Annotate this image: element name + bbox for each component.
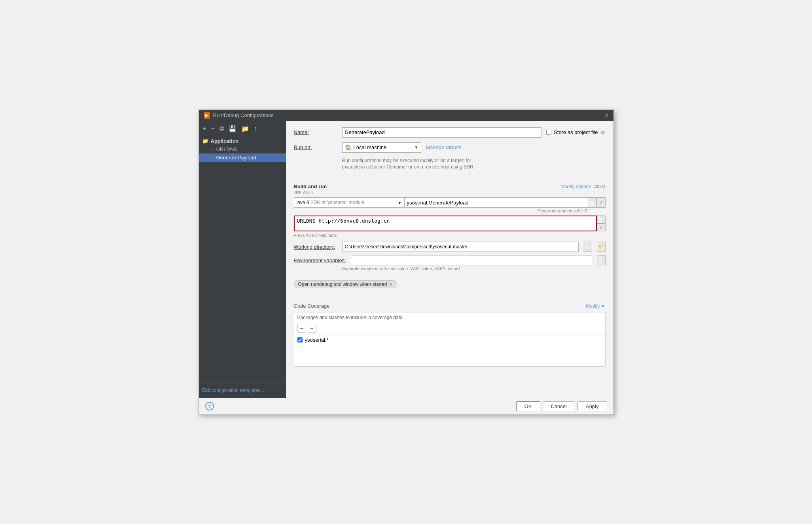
- modify-options-area: Modify options Alt+M: [560, 183, 605, 189]
- remove-config-button[interactable]: −: [210, 124, 216, 133]
- generatepayload-label: GeneratePayload: [216, 155, 256, 161]
- main-class-file-button[interactable]: 📄: [588, 197, 597, 208]
- main-class-input[interactable]: [405, 197, 588, 208]
- bottom-bar: ? OK Cancel Apply: [199, 398, 613, 414]
- working-dir-folder-button[interactable]: 📁: [597, 242, 606, 252]
- main-class-expand-button[interactable]: ⤢: [597, 197, 606, 208]
- local-machine-label: Local machine: [354, 144, 387, 150]
- sdk-row-container: JRE Alt+J java 8 SDK of 'ysoserial' modu…: [294, 197, 606, 208]
- option-tag-close-button[interactable]: ×: [389, 282, 392, 287]
- code-coverage-header: Code Coverage Modify ▼: [294, 303, 606, 309]
- package-item: ysoserial.*: [297, 336, 602, 344]
- options-section: Open run/debug tool window when started …: [294, 280, 606, 288]
- modify-arrow-icon: ▼: [601, 303, 606, 309]
- main-content: + − ⧉ 💾 📁 ↕ 📁 Application ▷ URLDNS ▷ Gen…: [199, 121, 613, 398]
- title-bar-left: ▶ Run/Debug Configurations: [204, 112, 274, 119]
- home-icon: 🏠: [345, 144, 351, 150]
- run-on-label: Run on:: [294, 144, 337, 150]
- sort-config-button[interactable]: ↕: [252, 124, 259, 133]
- ok-button[interactable]: OK: [516, 401, 540, 411]
- help-button[interactable]: ?: [205, 402, 214, 410]
- run-on-row: Run on: 🏠 Local machine ▼ Manage targets…: [294, 142, 606, 153]
- run-on-dropdown[interactable]: 🏠 Local machine ▼: [342, 142, 421, 153]
- app-icon: ▶: [204, 112, 210, 119]
- sdk-arrow-icon: ▼: [398, 201, 402, 205]
- run-on-description: Run configurations may be executed local…: [342, 157, 606, 171]
- gear-icon[interactable]: ⚙: [600, 129, 606, 136]
- modify-link[interactable]: Modify ▼: [586, 303, 605, 309]
- modify-options-link[interactable]: Modify options: [560, 184, 591, 189]
- modify-label: Modify: [586, 303, 600, 309]
- prog-args-row: URLDNS http://5bnvu8.dnslog.cn 📄 ⤢: [294, 216, 606, 231]
- build-run-section: Build and run Modify options Alt+M JRE A…: [294, 183, 606, 271]
- store-project-label: Store as project file: [554, 129, 598, 135]
- packages-toolbar: − +: [294, 322, 605, 335]
- name-input[interactable]: [342, 127, 542, 138]
- divider1: [294, 177, 606, 177]
- prog-args-expand-button[interactable]: ⤢: [597, 223, 606, 231]
- prog-args-file-button[interactable]: 📄: [597, 216, 606, 223]
- dropdown-arrow-icon: ▼: [415, 145, 418, 149]
- package-checkbox[interactable]: [297, 337, 303, 342]
- code-coverage-section: Code Coverage Modify ▼ Packages and clas…: [294, 298, 606, 367]
- tree-item-urldns[interactable]: ▷ URLDNS: [199, 145, 286, 153]
- file-icon: ▷: [211, 147, 214, 152]
- env-vars-label: Environment variables:: [294, 257, 346, 263]
- store-project-checkbox[interactable]: [546, 130, 551, 135]
- env-hint: Separate variables with semicolon: VAR=v…: [342, 266, 606, 271]
- title-bar: ▶ Run/Debug Configurations ×: [199, 110, 613, 121]
- field-hint: Press Alt for field hints: [294, 233, 606, 238]
- tree-item-generatepayload[interactable]: ▷ GeneratePayload: [199, 153, 286, 162]
- sdk-main-class-row: java 8 SDK of 'ysoserial' module ▼ 📄 ⤢: [294, 197, 606, 208]
- close-button[interactable]: ×: [605, 112, 608, 119]
- working-dir-input[interactable]: [342, 242, 579, 252]
- tree-item-application[interactable]: 📁 Application: [199, 137, 286, 145]
- working-dir-file-button[interactable]: 📄: [583, 242, 592, 252]
- left-panel: + − ⧉ 💾 📁 ↕ 📁 Application ▷ URLDNS ▷ Gen…: [199, 121, 286, 398]
- store-project-area: Store as project file ⚙: [546, 129, 605, 136]
- option-tag-open-window: Open run/debug tool window when started …: [294, 280, 397, 288]
- left-bottom: Edit configuration templates...: [199, 384, 286, 396]
- name-row: Name: Store as project file ⚙: [294, 127, 606, 138]
- prog-args-input[interactable]: URLDNS http://5bnvu8.dnslog.cn: [294, 216, 597, 231]
- application-label: Application: [211, 138, 239, 144]
- modify-options-shortcut: Alt+M: [594, 184, 605, 189]
- prog-args-buttons: 📄 ⤢: [597, 216, 606, 231]
- packages-section: Packages and classes to include in cover…: [294, 312, 606, 367]
- urldns-label: URLDNS: [216, 146, 237, 152]
- cancel-button[interactable]: Cancel: [543, 401, 575, 411]
- copy-config-button[interactable]: ⧉: [218, 124, 225, 133]
- folder-icon: 📁: [202, 138, 208, 144]
- package-label: ysoserial.*: [305, 337, 329, 343]
- add-config-button[interactable]: +: [201, 124, 208, 133]
- prog-args-container: Program arguments Alt+R URLDNS http://5b…: [294, 216, 606, 238]
- env-vars-row: Environment variables: 📄: [294, 255, 606, 265]
- packages-add-button[interactable]: +: [308, 324, 316, 333]
- file-icon2: ▷: [211, 155, 214, 160]
- right-panel: Name: Store as project file ⚙ Run on: 🏠 …: [286, 121, 613, 398]
- edit-templates-link[interactable]: Edit configuration templates...: [202, 388, 265, 393]
- build-run-title: Build and run: [294, 183, 327, 189]
- prog-args-hint: Program arguments Alt+R: [538, 208, 588, 213]
- sdk-label: java 8 SDK of 'ysoserial' module: [297, 200, 364, 205]
- working-dir-row: Working directory: 📄 📁: [294, 242, 606, 252]
- apply-button[interactable]: Apply: [577, 401, 607, 411]
- build-run-header: Build and run Modify options Alt+M: [294, 183, 606, 189]
- env-vars-section: Environment variables: 📄 Separate variab…: [294, 255, 606, 271]
- manage-targets-link[interactable]: Manage targets...: [426, 144, 466, 150]
- bottom-buttons: OK Cancel Apply: [516, 401, 607, 411]
- working-dir-section: Working directory: 📄 📁: [294, 242, 606, 252]
- code-coverage-title: Code Coverage: [294, 303, 330, 309]
- left-toolbar: + − ⧉ 💾 📁 ↕: [199, 123, 286, 135]
- env-vars-input[interactable]: [351, 255, 592, 265]
- working-dir-label: Working directory:: [294, 244, 337, 250]
- option-tag-label: Open run/debug tool window when started: [298, 282, 387, 287]
- folder-config-button[interactable]: 📁: [240, 124, 251, 133]
- run-debug-dialog: ▶ Run/Debug Configurations × + − ⧉ 💾 📁 ↕…: [199, 110, 614, 415]
- env-vars-button[interactable]: 📄: [597, 255, 606, 265]
- packages-remove-button[interactable]: −: [297, 324, 306, 333]
- sdk-dropdown[interactable]: java 8 SDK of 'ysoserial' module ▼: [294, 197, 405, 208]
- name-label: Name:: [294, 129, 337, 135]
- save-config-button[interactable]: 💾: [227, 124, 238, 133]
- packages-header: Packages and classes to include in cover…: [294, 312, 605, 322]
